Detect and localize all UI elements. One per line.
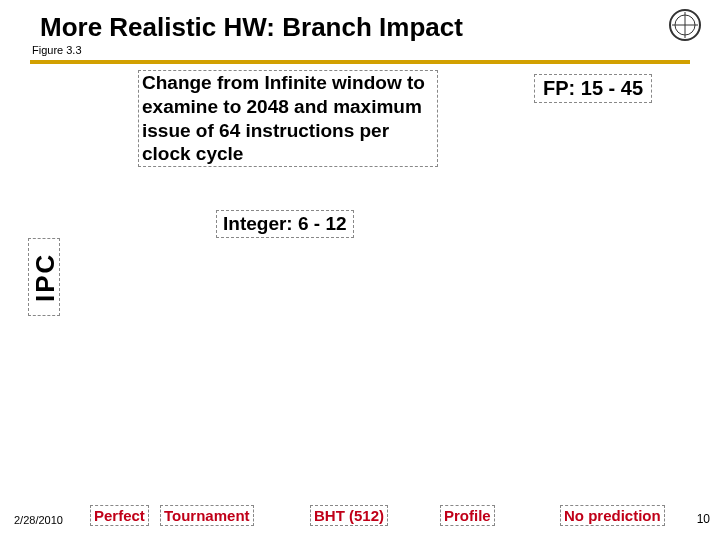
integer-range-label: Integer: 6 - 12 <box>216 210 354 238</box>
slide-date: 2/28/2010 <box>14 514 63 526</box>
fp-range-label: FP: 15 - 45 <box>534 74 652 103</box>
university-seal-icon <box>668 8 702 42</box>
figure-label: Figure 3.3 <box>32 44 82 56</box>
slide-title: More Realistic HW: Branch Impact <box>40 12 463 43</box>
category-bht: BHT (512) <box>310 505 388 526</box>
title-underline <box>30 60 690 64</box>
page-number: 10 <box>697 512 710 526</box>
y-axis-label: IPC <box>28 238 60 316</box>
category-perfect: Perfect <box>90 505 149 526</box>
category-tournament: Tournament <box>160 505 254 526</box>
category-no-prediction: No prediction <box>560 505 665 526</box>
category-profile: Profile <box>440 505 495 526</box>
change-description: Change from Infinite window to examine t… <box>138 70 438 167</box>
